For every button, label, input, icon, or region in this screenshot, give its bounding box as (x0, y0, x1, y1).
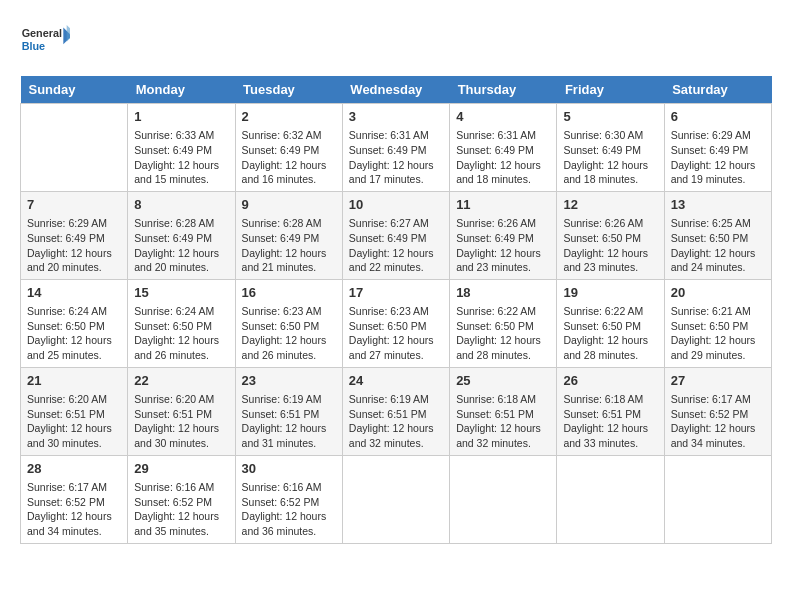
day-number: 5 (563, 108, 657, 126)
day-number: 10 (349, 196, 443, 214)
day-number: 14 (27, 284, 121, 302)
week-row-4: 21Sunrise: 6:20 AM Sunset: 6:51 PM Dayli… (21, 367, 772, 455)
day-cell: 20Sunrise: 6:21 AM Sunset: 6:50 PM Dayli… (664, 279, 771, 367)
day-info: Sunrise: 6:24 AM Sunset: 6:50 PM Dayligh… (27, 304, 121, 363)
day-cell: 7Sunrise: 6:29 AM Sunset: 6:49 PM Daylig… (21, 191, 128, 279)
day-cell: 6Sunrise: 6:29 AM Sunset: 6:49 PM Daylig… (664, 104, 771, 192)
week-row-5: 28Sunrise: 6:17 AM Sunset: 6:52 PM Dayli… (21, 455, 772, 543)
day-cell: 9Sunrise: 6:28 AM Sunset: 6:49 PM Daylig… (235, 191, 342, 279)
day-info: Sunrise: 6:21 AM Sunset: 6:50 PM Dayligh… (671, 304, 765, 363)
day-cell: 23Sunrise: 6:19 AM Sunset: 6:51 PM Dayli… (235, 367, 342, 455)
day-cell: 26Sunrise: 6:18 AM Sunset: 6:51 PM Dayli… (557, 367, 664, 455)
day-info: Sunrise: 6:32 AM Sunset: 6:49 PM Dayligh… (242, 128, 336, 187)
svg-text:Blue: Blue (22, 40, 45, 52)
week-row-3: 14Sunrise: 6:24 AM Sunset: 6:50 PM Dayli… (21, 279, 772, 367)
day-number: 11 (456, 196, 550, 214)
column-header-thursday: Thursday (450, 76, 557, 104)
day-info: Sunrise: 6:29 AM Sunset: 6:49 PM Dayligh… (27, 216, 121, 275)
day-cell (342, 455, 449, 543)
day-info: Sunrise: 6:19 AM Sunset: 6:51 PM Dayligh… (242, 392, 336, 451)
day-number: 9 (242, 196, 336, 214)
day-cell: 29Sunrise: 6:16 AM Sunset: 6:52 PM Dayli… (128, 455, 235, 543)
day-info: Sunrise: 6:18 AM Sunset: 6:51 PM Dayligh… (456, 392, 550, 451)
column-header-wednesday: Wednesday (342, 76, 449, 104)
day-number: 24 (349, 372, 443, 390)
day-cell: 18Sunrise: 6:22 AM Sunset: 6:50 PM Dayli… (450, 279, 557, 367)
header: General Blue (20, 20, 772, 60)
week-row-1: 1Sunrise: 6:33 AM Sunset: 6:49 PM Daylig… (21, 104, 772, 192)
day-number: 22 (134, 372, 228, 390)
day-number: 2 (242, 108, 336, 126)
day-number: 12 (563, 196, 657, 214)
day-info: Sunrise: 6:22 AM Sunset: 6:50 PM Dayligh… (456, 304, 550, 363)
day-cell: 15Sunrise: 6:24 AM Sunset: 6:50 PM Dayli… (128, 279, 235, 367)
day-info: Sunrise: 6:33 AM Sunset: 6:49 PM Dayligh… (134, 128, 228, 187)
day-info: Sunrise: 6:18 AM Sunset: 6:51 PM Dayligh… (563, 392, 657, 451)
svg-marker-3 (67, 25, 70, 42)
day-info: Sunrise: 6:20 AM Sunset: 6:51 PM Dayligh… (27, 392, 121, 451)
day-info: Sunrise: 6:31 AM Sunset: 6:49 PM Dayligh… (349, 128, 443, 187)
day-cell: 14Sunrise: 6:24 AM Sunset: 6:50 PM Dayli… (21, 279, 128, 367)
day-cell: 16Sunrise: 6:23 AM Sunset: 6:50 PM Dayli… (235, 279, 342, 367)
day-cell: 5Sunrise: 6:30 AM Sunset: 6:49 PM Daylig… (557, 104, 664, 192)
day-number: 25 (456, 372, 550, 390)
day-info: Sunrise: 6:24 AM Sunset: 6:50 PM Dayligh… (134, 304, 228, 363)
day-info: Sunrise: 6:16 AM Sunset: 6:52 PM Dayligh… (242, 480, 336, 539)
day-number: 29 (134, 460, 228, 478)
day-info: Sunrise: 6:19 AM Sunset: 6:51 PM Dayligh… (349, 392, 443, 451)
day-number: 20 (671, 284, 765, 302)
day-info: Sunrise: 6:17 AM Sunset: 6:52 PM Dayligh… (27, 480, 121, 539)
day-number: 30 (242, 460, 336, 478)
day-number: 4 (456, 108, 550, 126)
day-cell: 19Sunrise: 6:22 AM Sunset: 6:50 PM Dayli… (557, 279, 664, 367)
column-header-monday: Monday (128, 76, 235, 104)
day-info: Sunrise: 6:29 AM Sunset: 6:49 PM Dayligh… (671, 128, 765, 187)
day-number: 7 (27, 196, 121, 214)
day-info: Sunrise: 6:31 AM Sunset: 6:49 PM Dayligh… (456, 128, 550, 187)
day-number: 17 (349, 284, 443, 302)
day-cell: 12Sunrise: 6:26 AM Sunset: 6:50 PM Dayli… (557, 191, 664, 279)
day-number: 15 (134, 284, 228, 302)
day-cell: 17Sunrise: 6:23 AM Sunset: 6:50 PM Dayli… (342, 279, 449, 367)
column-header-friday: Friday (557, 76, 664, 104)
day-info: Sunrise: 6:25 AM Sunset: 6:50 PM Dayligh… (671, 216, 765, 275)
header-row: SundayMondayTuesdayWednesdayThursdayFrid… (21, 76, 772, 104)
day-info: Sunrise: 6:20 AM Sunset: 6:51 PM Dayligh… (134, 392, 228, 451)
day-cell: 8Sunrise: 6:28 AM Sunset: 6:49 PM Daylig… (128, 191, 235, 279)
day-cell: 3Sunrise: 6:31 AM Sunset: 6:49 PM Daylig… (342, 104, 449, 192)
day-info: Sunrise: 6:27 AM Sunset: 6:49 PM Dayligh… (349, 216, 443, 275)
day-info: Sunrise: 6:28 AM Sunset: 6:49 PM Dayligh… (242, 216, 336, 275)
day-info: Sunrise: 6:26 AM Sunset: 6:50 PM Dayligh… (563, 216, 657, 275)
day-info: Sunrise: 6:17 AM Sunset: 6:52 PM Dayligh… (671, 392, 765, 451)
day-number: 3 (349, 108, 443, 126)
day-cell: 25Sunrise: 6:18 AM Sunset: 6:51 PM Dayli… (450, 367, 557, 455)
day-cell: 22Sunrise: 6:20 AM Sunset: 6:51 PM Dayli… (128, 367, 235, 455)
day-cell: 28Sunrise: 6:17 AM Sunset: 6:52 PM Dayli… (21, 455, 128, 543)
day-number: 23 (242, 372, 336, 390)
day-info: Sunrise: 6:30 AM Sunset: 6:49 PM Dayligh… (563, 128, 657, 187)
day-number: 18 (456, 284, 550, 302)
column-header-tuesday: Tuesday (235, 76, 342, 104)
column-header-sunday: Sunday (21, 76, 128, 104)
day-number: 6 (671, 108, 765, 126)
day-cell: 10Sunrise: 6:27 AM Sunset: 6:49 PM Dayli… (342, 191, 449, 279)
day-number: 28 (27, 460, 121, 478)
day-number: 1 (134, 108, 228, 126)
day-cell: 1Sunrise: 6:33 AM Sunset: 6:49 PM Daylig… (128, 104, 235, 192)
day-number: 26 (563, 372, 657, 390)
day-cell: 27Sunrise: 6:17 AM Sunset: 6:52 PM Dayli… (664, 367, 771, 455)
day-number: 13 (671, 196, 765, 214)
day-info: Sunrise: 6:23 AM Sunset: 6:50 PM Dayligh… (242, 304, 336, 363)
day-cell: 4Sunrise: 6:31 AM Sunset: 6:49 PM Daylig… (450, 104, 557, 192)
day-cell: 24Sunrise: 6:19 AM Sunset: 6:51 PM Dayli… (342, 367, 449, 455)
week-row-2: 7Sunrise: 6:29 AM Sunset: 6:49 PM Daylig… (21, 191, 772, 279)
day-cell: 11Sunrise: 6:26 AM Sunset: 6:49 PM Dayli… (450, 191, 557, 279)
day-number: 27 (671, 372, 765, 390)
day-cell (557, 455, 664, 543)
day-info: Sunrise: 6:22 AM Sunset: 6:50 PM Dayligh… (563, 304, 657, 363)
svg-text:General: General (22, 28, 62, 40)
day-number: 19 (563, 284, 657, 302)
day-info: Sunrise: 6:23 AM Sunset: 6:50 PM Dayligh… (349, 304, 443, 363)
day-cell: 2Sunrise: 6:32 AM Sunset: 6:49 PM Daylig… (235, 104, 342, 192)
column-header-saturday: Saturday (664, 76, 771, 104)
